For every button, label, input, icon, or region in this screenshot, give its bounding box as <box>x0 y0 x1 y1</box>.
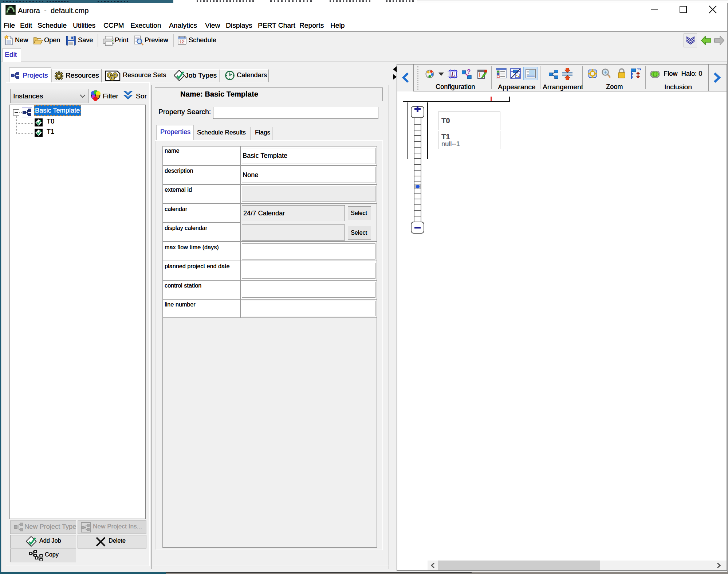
svg-text:12: 12 <box>179 40 184 44</box>
svg-text:L: L <box>450 70 455 78</box>
svg-text:?: ? <box>467 69 471 75</box>
